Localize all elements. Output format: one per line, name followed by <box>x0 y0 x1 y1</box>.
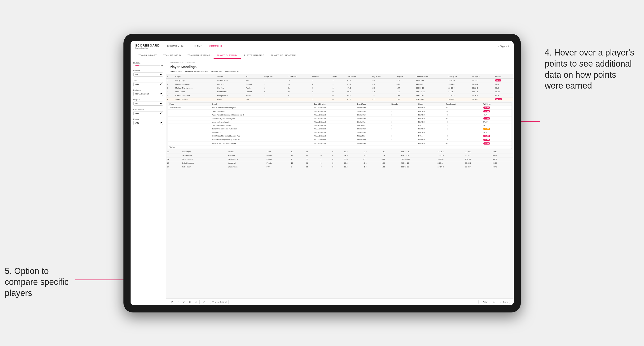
list-item: SEC Match Play hosted by Jerry Pate NCAA… <box>168 134 512 138</box>
rds-slider[interactable] <box>135 65 160 66</box>
event-points: 50.64 <box>484 107 490 109</box>
col-wins: Wins <box>331 74 346 79</box>
nav-tournaments[interactable]: TOURNAMENTS <box>167 42 186 51</box>
popup-col-type: Event Type <box>356 103 390 106</box>
nav-links: TOURNAMENTS TEAMS COMMITTEE <box>167 42 498 51</box>
table-area: Update time: 27/01/2024 16:56:26 Player … <box>166 59 514 305</box>
list-item: Jackson Kolson UNCW Seahawk Intercollegi… <box>168 106 512 109</box>
event-points: 53.60 <box>484 110 490 112</box>
table-row: 5 Christo Lamprecht Georgia Tech Fourth … <box>166 94 514 97</box>
list-item: Wake Forest Invitational at Pinehurst No… <box>168 113 512 116</box>
bottom-toolbar: ↩ ↪ ⟳ ⊞ ⊟ ⏱ 👁 View: Original ● Watc <box>166 298 514 305</box>
tablet-screen: SCOREBOARD Powered by clipp TOURNAMENTS … <box>130 41 514 305</box>
sign-out-separator: ›| <box>498 45 499 48</box>
region-filter-value: All <box>220 70 222 72</box>
col-reg-rank: Reg Rank <box>263 74 286 79</box>
main-content: No Rds. 4 52 Gender Men <box>130 59 514 305</box>
watch-button[interactable]: ● Watch <box>478 300 490 304</box>
logo-subtitle: Powered by clipp <box>135 47 160 49</box>
region-select[interactable]: N/A <box>134 102 163 106</box>
subnav-team-h2h-grid[interactable]: TEAM H2H GRID <box>160 52 184 59</box>
redo-icon[interactable]: ↪ <box>176 300 180 304</box>
table-scroll: # Player School Yr Reg Rank Conf Rank No… <box>166 74 514 298</box>
conference-filter-value: All <box>237 70 239 72</box>
popup-col-points: W Points <box>482 103 512 106</box>
division-select[interactable]: NCAA Division I <box>134 92 163 96</box>
year-select[interactable]: (All) <box>134 82 163 86</box>
conference-label: Conference <box>134 108 163 111</box>
subnav-player-summary[interactable]: PLAYER SUMMARY <box>214 52 241 59</box>
view-original-button[interactable]: 👁 View: Original <box>210 300 229 304</box>
nav-teams[interactable]: TEAMS <box>194 42 202 51</box>
nav-committee[interactable]: COMMITTEE <box>209 42 225 51</box>
paste-icon[interactable]: ⊟ <box>194 300 198 304</box>
subnav-player-h2h-grid[interactable]: PLAYER H2H GRID <box>241 52 268 59</box>
table-row: 1 Wenyi Ding Arizona State First 1 15 1 … <box>166 78 514 82</box>
popup-col-event: Event <box>211 103 313 106</box>
annotation-right: 4. Hover over a player's points to see a… <box>545 47 634 91</box>
popup-col-rank: Rank Impact <box>444 103 482 106</box>
no-rds-label: No Rds. <box>134 62 163 64</box>
year-label: Year <box>134 79 163 81</box>
subnav-team-summary[interactable]: TEAM SUMMARY <box>135 52 160 59</box>
gender-select[interactable]: Men <box>134 72 163 77</box>
list-item: The Cypress Point Classic NCAA Division … <box>168 124 512 127</box>
update-time: Update time: 27/01/2024 16:56:26 <box>170 62 510 63</box>
col-school: School <box>216 74 244 79</box>
watch-icon: ● <box>480 301 482 303</box>
sidebar-region: Region N/A <box>134 99 163 106</box>
table-title: Player Standings <box>170 65 510 69</box>
col-vs-top50: Vs Top 50 <box>470 74 494 79</box>
player-select[interactable]: (All) <box>134 121 163 125</box>
download-icon[interactable]: ⬇ <box>492 300 496 304</box>
col-num: # <box>166 74 174 79</box>
conference-select[interactable]: (All) <box>134 111 163 115</box>
points-badge-highlighted[interactable]: 68.18 <box>495 98 502 100</box>
sidebar-conference: Conference (All) <box>134 108 163 115</box>
table-row: 23 Jack Lundin Missouri Fourth 11 24 0 0… <box>166 154 514 157</box>
gender-filter-value: Men <box>178 70 182 72</box>
col-points: Points <box>494 74 514 79</box>
gender-filter-label: Gender: <box>170 70 177 72</box>
event-points: 68.50 <box>484 128 490 130</box>
view-icon: 👁 <box>212 301 214 303</box>
event-points: 25.36 <box>484 135 490 137</box>
popup-col-status: Status <box>417 103 444 106</box>
points-badge[interactable]: 88.2 <box>495 79 501 81</box>
sign-out-button[interactable]: ›| Sign out <box>498 45 509 48</box>
table-row: 25 Cole Sherwood Vanderbilt Fourth 12 28… <box>166 161 514 165</box>
sidebar-division: Division NCAA Division I <box>134 89 163 96</box>
refresh-icon[interactable]: ⟳ <box>182 300 186 304</box>
col-overall: Overall Record <box>414 74 447 79</box>
share-button[interactable]: ↗ Share <box>498 300 510 304</box>
subnav-player-h2h-heatmap[interactable]: PLAYER H2H HEATMAP <box>268 52 299 59</box>
sidebar-gender: Gender Men <box>134 70 163 77</box>
slider-min: 4 <box>134 65 134 67</box>
filter-row: Gender: Men Division: NCAA Division I Re… <box>170 70 510 72</box>
col-no-rds: No Rds. <box>311 74 331 79</box>
subnav-team-h2h-heatmap[interactable]: TEAM H2H HEATMAP <box>184 52 214 59</box>
list-item: Amer An Intercollegiate NCAA Division I … <box>168 120 512 124</box>
table-row: 3 Michael Thorbjornsen Stanford Fourth 1… <box>166 86 514 90</box>
list-item: Williams Cup NCAA Division I Stroke Play… <box>168 131 512 134</box>
col-vs-top25: Vs Top 25 <box>447 74 470 79</box>
player-standings-table: # Player School Yr Reg Rank Conf Rank No… <box>166 74 514 101</box>
clock-icon[interactable]: ⏱ <box>202 300 206 304</box>
table-row: 24 Bastien Amat New Mexico Fourth 1 27 2… <box>166 157 514 161</box>
list-item: Tiger Invitational NCAA Division I Strok… <box>168 109 512 113</box>
player-events-table: Player Event Event Division Event Type R… <box>168 103 512 149</box>
event-points: 56.38 <box>484 139 490 141</box>
col-yr: Yr <box>244 74 263 79</box>
logo-title: SCOREBOARD <box>135 44 160 47</box>
copy-icon[interactable]: ⊞ <box>188 300 192 304</box>
annotation-left: 5. Option to compare specific players <box>5 266 71 299</box>
tablet-frame: SCOREBOARD Powered by clipp TOURNAMENTS … <box>124 34 521 313</box>
conference-filter-label: Conference: <box>226 70 236 72</box>
undo-icon[interactable]: ↩ <box>170 300 174 304</box>
region-filter-label: Region: <box>212 70 218 72</box>
slider-max: 52 <box>161 65 163 67</box>
col-conf-rank: Conf Rank <box>286 74 311 79</box>
table-row: 4 Luke Clatos Florida State Second 5 27 … <box>166 90 514 94</box>
region-label: Region <box>134 99 163 101</box>
list-item: Fallen Oak Collegiate Invitational NCAA … <box>168 127 512 131</box>
